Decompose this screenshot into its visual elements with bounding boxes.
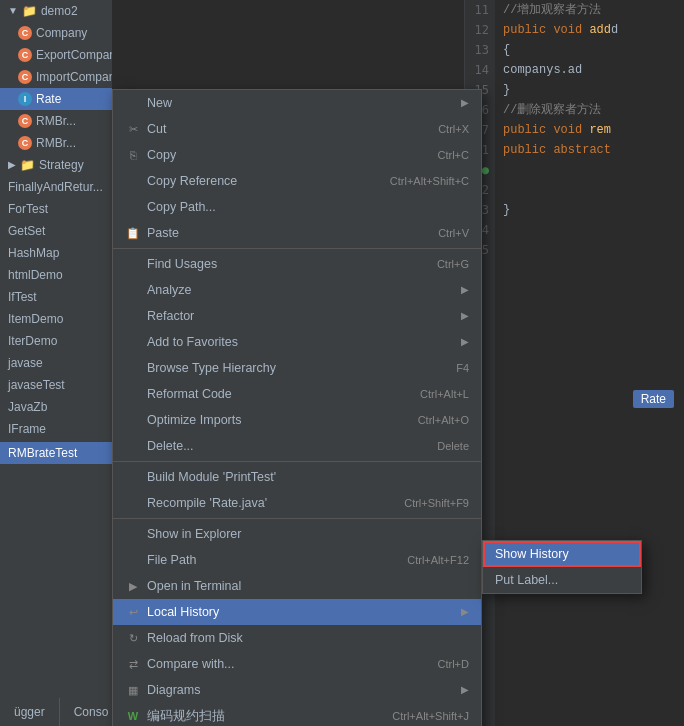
- submenu-arrow: ▶: [461, 677, 469, 703]
- code-line-21: public abstract: [503, 140, 684, 160]
- tree-item-javase[interactable]: javase: [0, 352, 112, 374]
- menu-item-delete[interactable]: Delete... Delete: [113, 433, 481, 459]
- history-icon: ↩: [125, 599, 141, 625]
- cut-icon: ✂: [125, 116, 141, 142]
- menu-item-cut[interactable]: ✂ Cut Ctrl+X: [113, 116, 481, 142]
- interface-icon: I: [18, 92, 32, 106]
- tree-item-itemdemo[interactable]: ItemDemo: [0, 308, 112, 330]
- tree-item-company[interactable]: C Company: [0, 22, 112, 44]
- tab-debugger[interactable]: ügger: [0, 698, 60, 726]
- compare-icon: ⇄: [125, 651, 141, 677]
- code-line-14: companys.ad: [503, 60, 684, 80]
- code-line-16: //删除观察者方法: [503, 100, 684, 120]
- separator-3: [113, 518, 481, 519]
- code-line-12: public void addd: [503, 20, 684, 40]
- code-content: //增加观察者方法 public void addd { companys.ad…: [495, 0, 684, 240]
- menu-item-recompile[interactable]: Recompile 'Rate.java' Ctrl+Shift+F9: [113, 490, 481, 516]
- tree-item-rmbrate[interactable]: RMBrateTest: [0, 442, 112, 464]
- menu-item-analyze[interactable]: Analyze ▶: [113, 277, 481, 303]
- submenu-arrow: ▶: [461, 599, 469, 625]
- menu-item-optimize[interactable]: Optimize Imports Ctrl+Alt+O: [113, 407, 481, 433]
- line-num-11: 11: [465, 0, 495, 20]
- menu-item-file-path[interactable]: File Path Ctrl+Alt+F12: [113, 547, 481, 573]
- tree-item-importcompany[interactable]: C ImportCompany: [0, 66, 112, 88]
- terminal-icon: ▶: [125, 573, 141, 599]
- tree-item-javasetest[interactable]: javaseTest: [0, 374, 112, 396]
- code-line-11: //增加观察者方法: [503, 0, 684, 20]
- tree-item-hashmap[interactable]: HashMap: [0, 242, 112, 264]
- code-editor: 11 12 13 14 15 16 17 21 ● 22 23 24 25 //…: [464, 0, 684, 726]
- menu-item-code-scan[interactable]: W 编码规约扫描 Ctrl+Alt+Shift+J: [113, 703, 481, 726]
- menu-item-reload[interactable]: ↻ Reload from Disk: [113, 625, 481, 651]
- class-icon: C: [18, 136, 32, 150]
- class-icon: C: [18, 48, 32, 62]
- code-line-23: [503, 180, 684, 200]
- submenu-item-show-history[interactable]: Show History: [483, 541, 641, 567]
- separator-1: [113, 248, 481, 249]
- code-line-13: {: [503, 40, 684, 60]
- submenu-item-put-label[interactable]: Put Label...: [483, 567, 641, 593]
- menu-item-new[interactable]: New ▶: [113, 90, 481, 116]
- menu-item-find-usages[interactable]: Find Usages Ctrl+G: [113, 251, 481, 277]
- class-icon: C: [18, 70, 32, 84]
- tree-item-htmldemo[interactable]: htmlDemo: [0, 264, 112, 286]
- code-line-24: }: [503, 200, 684, 220]
- tree-item-iftest[interactable]: IfTest: [0, 286, 112, 308]
- menu-item-copy-reference[interactable]: Copy Reference Ctrl+Alt+Shift+C: [113, 168, 481, 194]
- submenu-arrow: ▶: [461, 277, 469, 303]
- menu-item-copy[interactable]: ⎘ Copy Ctrl+C: [113, 142, 481, 168]
- menu-item-refactor[interactable]: Refactor ▶: [113, 303, 481, 329]
- submenu-arrow: ▶: [461, 329, 469, 355]
- copy-icon: ⎘: [125, 142, 141, 168]
- rate-tooltip: Rate: [633, 390, 674, 408]
- tree-item-exportcompany[interactable]: C ExportCompany: [0, 44, 112, 66]
- separator-2: [113, 461, 481, 462]
- context-menu: New ▶ ✂ Cut Ctrl+X ⎘ Copy Ctrl+C Copy Re…: [112, 89, 482, 726]
- file-tree: ▼ 📁 demo2 C Company C ExportCompany C Im…: [0, 0, 112, 726]
- line-num-12: 12: [465, 20, 495, 40]
- folder-icon: 📁: [22, 0, 37, 22]
- code-line-17: public void rem: [503, 120, 684, 140]
- submenu-arrow: ▶: [461, 303, 469, 329]
- menu-item-reformat[interactable]: Reformat Code Ctrl+Alt+L: [113, 381, 481, 407]
- class-icon: C: [18, 26, 32, 40]
- tree-item-finallyandreturn[interactable]: FinallyAndRetur...: [0, 176, 112, 198]
- menu-item-local-history[interactable]: ↩ Local History ▶: [113, 599, 481, 625]
- tree-item-rmbr2[interactable]: C RMBr...: [0, 132, 112, 154]
- menu-item-copy-path[interactable]: Copy Path...: [113, 194, 481, 220]
- class-icon: C: [18, 114, 32, 128]
- menu-item-paste[interactable]: 📋 Paste Ctrl+V: [113, 220, 481, 246]
- menu-item-show-explorer[interactable]: Show in Explorer: [113, 521, 481, 547]
- tree-item-iterdemo[interactable]: IterDemo: [0, 330, 112, 352]
- menu-item-diagrams[interactable]: ▦ Diagrams ▶: [113, 677, 481, 703]
- tree-item-fortest[interactable]: ForTest: [0, 198, 112, 220]
- chevron-down-icon: ▼: [8, 0, 18, 22]
- menu-item-compare[interactable]: ⇄ Compare with... Ctrl+D: [113, 651, 481, 677]
- tree-item-strategy[interactable]: ▶ 📁 Strategy: [0, 154, 112, 176]
- reload-icon: ↻: [125, 625, 141, 651]
- scan-icon: W: [125, 703, 141, 726]
- line-num-14: 14: [465, 60, 495, 80]
- menu-item-build-module[interactable]: Build Module 'PrintTest': [113, 464, 481, 490]
- code-line-22: [503, 160, 684, 180]
- submenu-arrow: ▶: [461, 90, 469, 116]
- menu-item-open-terminal[interactable]: ▶ Open in Terminal: [113, 573, 481, 599]
- tree-item-iframe[interactable]: IFrame: [0, 418, 112, 440]
- menu-item-browse-hierarchy[interactable]: Browse Type Hierarchy F4: [113, 355, 481, 381]
- diagrams-icon: ▦: [125, 677, 141, 703]
- chevron-right-icon: ▶: [8, 154, 16, 176]
- local-history-submenu: Show History Put Label...: [482, 540, 642, 594]
- tree-item-demo2[interactable]: ▼ 📁 demo2: [0, 0, 112, 22]
- tree-item-getset[interactable]: GetSet: [0, 220, 112, 242]
- tree-item-javazb[interactable]: JavaZb: [0, 396, 112, 418]
- code-line-25: [503, 220, 684, 240]
- paste-icon: 📋: [125, 220, 141, 246]
- menu-item-add-favorites[interactable]: Add to Favorites ▶: [113, 329, 481, 355]
- line-num-13: 13: [465, 40, 495, 60]
- code-line-15: }: [503, 80, 684, 100]
- tree-item-rate[interactable]: I Rate: [0, 88, 112, 110]
- tree-item-rmbr1[interactable]: C RMBr...: [0, 110, 112, 132]
- folder-icon: 📁: [20, 154, 35, 176]
